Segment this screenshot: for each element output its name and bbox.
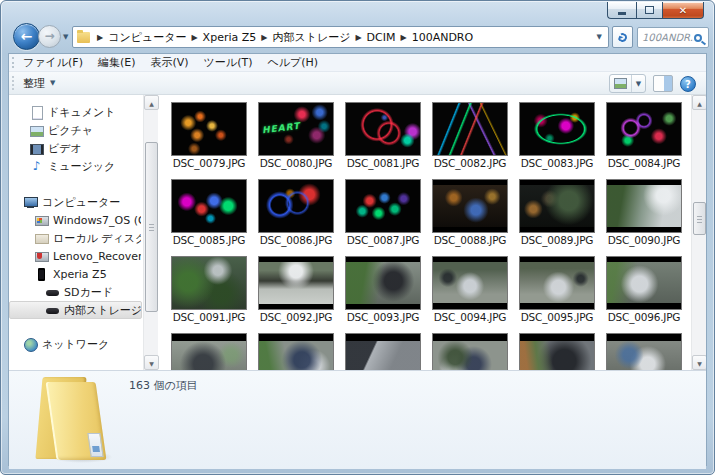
sidebar-scrollbar-thumb[interactable] (145, 142, 158, 312)
file-item[interactable]: DSC_0092.JPG (258, 256, 334, 323)
file-item[interactable]: HEARTDSC_0080.JPG (258, 102, 334, 169)
refresh-button[interactable] (612, 26, 633, 48)
breadcrumb-item-dcim[interactable]: DCIM (367, 31, 396, 44)
help-button[interactable]: ? (680, 76, 696, 92)
file-item[interactable]: DSC_0093.JPG (345, 256, 421, 323)
organize-button[interactable]: 整理 ▼ (23, 76, 55, 91)
file-thumbnail (606, 333, 682, 370)
sidebar-item-windows7-os[interactable]: Windows7_OS (C:) (9, 211, 142, 229)
views-split-button[interactable]: ▼ (609, 74, 646, 93)
file-thumbnail (432, 333, 508, 370)
forward-button[interactable]: → (38, 25, 61, 48)
sidebar-item-pictures[interactable]: ピクチャ (9, 121, 142, 139)
local-disk-icon (35, 232, 48, 245)
breadcrumb-separator-icon: ▶ (92, 33, 108, 42)
menu-bar: ファイル(F) 編集(E) 表示(V) ツール(T) ヘルプ(H) (9, 54, 706, 72)
address-dropdown-icon[interactable]: ▼ (597, 33, 608, 41)
file-item[interactable]: DSC_0096.JPG (606, 256, 682, 323)
file-thumbnail (432, 179, 508, 233)
file-item[interactable] (345, 333, 421, 370)
menu-file[interactable]: ファイル(F) (23, 55, 83, 70)
sidebar-item-computer[interactable]: コンピューター (9, 193, 142, 211)
file-item[interactable]: DSC_0088.JPG (432, 179, 508, 246)
preview-pane-button[interactable] (653, 75, 673, 92)
sd-card-icon (46, 286, 59, 299)
file-item[interactable]: DSC_0087.JPG (345, 179, 421, 246)
file-thumbnail: HEART (258, 102, 334, 156)
file-item[interactable] (432, 333, 508, 370)
breadcrumb-item-internal-storage[interactable]: 内部ストレージ (272, 30, 350, 45)
file-item[interactable] (171, 333, 247, 370)
file-thumbnail (258, 333, 334, 370)
file-item[interactable]: DSC_0090.JPG (606, 179, 682, 246)
views-icon[interactable] (610, 75, 632, 92)
scroll-down-icon[interactable]: ▼ (144, 355, 159, 370)
file-name: DSC_0080.JPG (258, 157, 334, 169)
file-item[interactable]: DSC_0091.JPG (171, 256, 247, 323)
address-bar[interactable]: ▶ コンピューター ▶ Xperia Z5 ▶ 内部ストレージ ▶ DCIM ▶… (72, 26, 609, 48)
file-item[interactable]: DSC_0079.JPG (171, 102, 247, 169)
organize-label: 整理 (23, 76, 45, 91)
sidebar-item-local-disk-f[interactable]: ローカル ディスク (F: (9, 229, 142, 247)
minimize-button[interactable] (607, 2, 636, 19)
recovery-drive-icon (35, 250, 48, 263)
file-item[interactable]: DSC_0086.JPG (258, 179, 334, 246)
sidebar-item-sd-card[interactable]: SDカード (9, 283, 142, 301)
file-thumbnail (171, 102, 247, 156)
search-icon (694, 34, 702, 42)
menu-help[interactable]: ヘルプ(H) (267, 55, 318, 70)
views-dropdown-icon[interactable]: ▼ (632, 75, 645, 92)
menu-tools[interactable]: ツール(T) (204, 55, 253, 70)
toolbar-icons: ▼ ? (609, 74, 696, 93)
scroll-down-icon[interactable]: ▼ (692, 355, 706, 370)
videos-icon (30, 142, 43, 155)
close-icon: ✕ (679, 5, 687, 16)
sidebar-item-xperia-z5[interactable]: Xperia Z5 (9, 265, 142, 283)
file-item[interactable]: DSC_0084.JPG (606, 102, 682, 169)
scroll-up-icon[interactable]: ▲ (144, 95, 159, 110)
file-thumbnail (519, 102, 595, 156)
file-item[interactable] (606, 333, 682, 370)
scroll-up-icon[interactable]: ▲ (692, 95, 706, 110)
maximize-button[interactable] (636, 2, 663, 19)
file-item[interactable] (519, 333, 595, 370)
explorer-window: ✕ ← → ▼ ▶ コンピューター ▶ Xperia Z5 ▶ 内部ストレージ … (0, 0, 715, 475)
file-item[interactable]: DSC_0085.JPG (171, 179, 247, 246)
back-arrow-icon: ← (21, 28, 33, 44)
sidebar-item-lenovo-recovery[interactable]: Lenovo_Recovery (Q (9, 247, 142, 265)
file-item[interactable]: DSC_0083.JPG (519, 102, 595, 169)
thumbnail-grid: DSC_0079.JPG HEARTDSC_0080.JPG DSC_0081.… (158, 95, 706, 370)
file-item[interactable] (258, 333, 334, 370)
file-item[interactable]: DSC_0082.JPG (432, 102, 508, 169)
file-name: DSC_0090.JPG (606, 234, 682, 246)
file-item[interactable]: DSC_0095.JPG (519, 256, 595, 323)
file-item[interactable]: DSC_0094.JPG (432, 256, 508, 323)
breadcrumb-item-100andro[interactable]: 100ANDRO (412, 31, 474, 44)
title-bar[interactable]: ✕ (1, 1, 714, 21)
breadcrumb-item-xperia[interactable]: Xperia Z5 (203, 31, 257, 44)
breadcrumb-item-computer[interactable]: コンピューター (108, 30, 186, 45)
sidebar-item-music[interactable]: ♪ミュージック (9, 157, 142, 175)
window-controls: ✕ (607, 2, 704, 19)
sidebar-item-internal-storage[interactable]: 内部ストレージ (9, 301, 142, 319)
sidebar-item-documents[interactable]: ドキュメント (9, 103, 142, 121)
folder-icon (77, 32, 90, 43)
file-thumbnail (606, 179, 682, 233)
file-list-scrollbar[interactable]: ▲ ▼ (691, 95, 706, 370)
file-item[interactable]: DSC_0081.JPG (345, 102, 421, 169)
sidebar-item-videos[interactable]: ビデオ (9, 139, 142, 157)
menu-view[interactable]: 表示(V) (151, 55, 189, 70)
maximize-icon (645, 6, 654, 14)
search-input[interactable] (638, 32, 694, 43)
file-item[interactable]: DSC_0089.JPG (519, 179, 595, 246)
file-thumbnail (519, 179, 595, 233)
close-button[interactable]: ✕ (663, 2, 704, 19)
recent-pages-chevron-icon[interactable]: ▼ (63, 33, 68, 41)
file-list-scrollbar-thumb[interactable] (693, 202, 706, 235)
chevron-down-icon: ▼ (50, 79, 55, 87)
menu-edit[interactable]: 編集(E) (98, 55, 136, 70)
sidebar-item-network[interactable]: ネットワーク (9, 335, 142, 353)
back-button[interactable]: ← (13, 23, 40, 50)
sidebar-scrollbar[interactable]: ▲ ▼ (143, 95, 158, 370)
breadcrumb-separator-icon: ▶ (350, 33, 366, 42)
